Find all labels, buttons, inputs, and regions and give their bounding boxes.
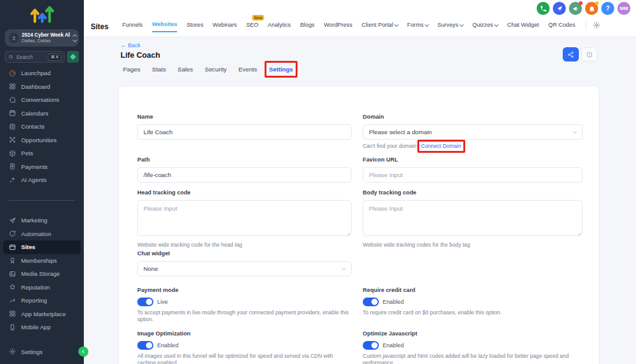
sidebar-item-label: Opportunities	[21, 137, 57, 143]
sidebar-item-sites[interactable]: Sites	[3, 240, 81, 254]
gear-icon	[9, 348, 16, 355]
sidebar-item-calendars[interactable]: Calendars	[0, 107, 84, 121]
phone-icon	[540, 5, 547, 12]
image-icon	[9, 270, 16, 278]
site-tab-events[interactable]: Events	[238, 66, 257, 73]
sidebar-item-label: Reporting	[21, 297, 47, 304]
tab-chat-widget[interactable]: Chat Widget	[507, 22, 539, 32]
help-history-button[interactable]	[581, 47, 597, 61]
sidebar-collapse-button[interactable]	[78, 347, 88, 357]
sidebar-item-label: Memberships	[21, 257, 57, 264]
announcements-button[interactable]	[569, 2, 582, 15]
sidebar-item-mobile-app[interactable]: Mobile App	[0, 321, 84, 334]
refresh-icon	[9, 230, 16, 237]
sidebar-item-settings[interactable]: Settings	[0, 345, 84, 359]
help-button[interactable]: ?	[601, 2, 614, 15]
module-title: Sites	[91, 22, 109, 31]
name-input[interactable]	[137, 124, 352, 140]
head-tracking-textarea[interactable]	[137, 200, 352, 236]
user-avatar[interactable]: MM	[617, 2, 630, 15]
sidebar-item-reporting[interactable]: Reporting	[0, 294, 84, 307]
sidebar-item-payments[interactable]: Payments	[0, 160, 84, 174]
favicon-input[interactable]	[363, 167, 583, 183]
opportunities-nodes-icon	[9, 136, 16, 143]
share-button[interactable]	[563, 47, 579, 61]
tab-qr-codes[interactable]: QR Codes	[548, 22, 575, 32]
sidebar-item-app-marketplace[interactable]: App Marketplace	[0, 307, 84, 321]
sidebar-item-label: Contacts	[21, 123, 45, 130]
tab-blogs[interactable]: Blogs	[300, 22, 314, 32]
sites-settings-gear-button[interactable]	[593, 21, 601, 29]
sidebar-divider	[9, 200, 75, 201]
sidebar: 2024 Cyber Week All... Dallas, Dallas Se…	[0, 0, 84, 364]
site-tab-pages[interactable]: Pages	[123, 66, 140, 73]
sidebar-item-label: Calendars	[21, 110, 48, 117]
page-title: Life Coach	[120, 51, 160, 60]
ai-assistant-button[interactable]	[67, 51, 79, 63]
gohighlevel-logo[interactable]	[0, 0, 84, 25]
sidebar-item-dashboard[interactable]: Dashboard	[0, 80, 84, 94]
sidebar-item-opportunities[interactable]: Opportunities	[0, 134, 84, 147]
tab-websites[interactable]: Websites	[152, 21, 178, 32]
sidebar-item-label: Dashboard	[21, 83, 50, 90]
site-tab-sales[interactable]: Sales	[178, 66, 193, 73]
path-input[interactable]	[137, 167, 352, 183]
rocket-button[interactable]	[553, 2, 566, 15]
chat-widget-select[interactable]: None	[137, 261, 352, 276]
chevron-down-icon	[460, 22, 463, 26]
mobile-phone-icon	[9, 324, 16, 331]
tab-quizzes[interactable]: Quizzes	[472, 22, 497, 32]
domain-label: Domain	[363, 114, 583, 120]
sidebar-item-label: Mobile App	[21, 324, 50, 330]
phone-button[interactable]	[537, 2, 550, 15]
body-tracking-textarea[interactable]	[363, 200, 583, 236]
chat-bubble-icon	[9, 96, 16, 104]
search-input[interactable]: Search ⌘ K	[5, 51, 65, 63]
tab-webinars[interactable]: Webinars	[212, 22, 237, 32]
payment-mode-toggle[interactable]	[137, 298, 153, 306]
sidebar-item-pets[interactable]: Pets	[0, 147, 84, 160]
sidebar-item-marketing[interactable]: Marketing	[0, 214, 84, 227]
site-tab-settings[interactable]: Settings	[269, 66, 293, 73]
sidebar-item-contacts[interactable]: Contacts	[0, 120, 84, 134]
domain-select[interactable]: Please select a domain	[363, 124, 583, 140]
tab-stores[interactable]: Stores	[186, 22, 203, 32]
sidebar-item-automation[interactable]: Automation	[0, 227, 84, 241]
sidebar-item-label: AI Agents	[21, 176, 47, 183]
site-tab-stats[interactable]: Stats	[152, 66, 166, 73]
tab-funnels[interactable]: Funnels	[122, 22, 143, 32]
contacts-book-icon	[9, 123, 16, 130]
account-switcher[interactable]: 2024 Cyber Week All... Dallas, Dallas	[5, 29, 79, 47]
sidebar-item-launchpad[interactable]: Launchpad	[0, 66, 84, 80]
require-credit-card-label: Require credit card	[363, 287, 583, 293]
tab-wordpress[interactable]: WordPress	[324, 22, 353, 32]
sidebar-item-label: Settings	[21, 348, 43, 355]
require-credit-card-toggle[interactable]	[363, 298, 379, 306]
image-optimization-toggle[interactable]	[137, 341, 153, 350]
image-optimization-helper: All images used in this funnel will be o…	[137, 353, 352, 364]
sidebar-item-media-storage[interactable]: Media Storage	[0, 267, 84, 281]
connect-domain-link[interactable]: Connect Domain	[421, 143, 461, 150]
sidebar-item-conversations[interactable]: Conversations	[0, 93, 84, 107]
site-tab-security[interactable]: Security	[205, 66, 227, 73]
tab-forms[interactable]: Forms	[407, 22, 428, 32]
medal-icon	[9, 257, 16, 264]
account-avatar-icon	[9, 33, 19, 43]
tab-seo[interactable]: SEONew	[246, 22, 258, 32]
notifications-button[interactable]	[585, 2, 598, 15]
sidebar-item-reputation[interactable]: Reputation	[0, 281, 84, 294]
search-icon	[8, 54, 14, 60]
body-tracking-label: Body tracking code	[363, 189, 583, 196]
sidebar-item-memberships[interactable]: Memberships	[0, 254, 84, 268]
optimize-javascript-toggle[interactable]	[363, 341, 379, 350]
tab-analytics[interactable]: Analytics	[268, 22, 291, 32]
logo-arrows-icon	[29, 4, 56, 25]
sidebar-item-ai-agents[interactable]: AI Agents	[0, 173, 84, 187]
tab-surveys[interactable]: Surveys	[437, 22, 463, 32]
tab-client-portal[interactable]: Client Portal	[361, 22, 398, 32]
sidebar-item-label: Conversations	[21, 96, 59, 103]
chat-widget-label: Chat widget	[137, 250, 352, 257]
calendar-icon	[9, 109, 16, 117]
back-link[interactable]: ← Back	[120, 42, 140, 48]
top-bar: ? MM Sites Funnels Websites Stores Webin…	[84, 0, 636, 37]
